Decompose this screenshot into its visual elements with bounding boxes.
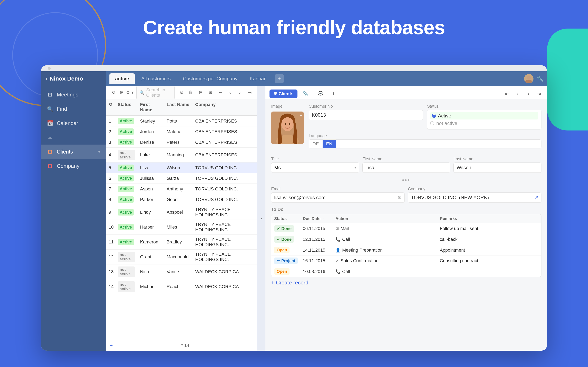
todo-col-duedate[interactable]: Due Date ↑ (300, 214, 333, 223)
table-row[interactable]: 7 Active Aspen Anthony TORVUS GOLD INC. (106, 184, 257, 194)
nav-first-button[interactable]: ⇤ (216, 89, 224, 97)
image-section: Image (271, 104, 541, 152)
settings-dropdown-button[interactable]: ⚙ ▾ (126, 89, 134, 97)
todo-remarks: Appointment (437, 245, 541, 255)
tab-active[interactable]: active (109, 73, 135, 84)
sidebar-nav: ⊞ Meetings 🔍 Find 📅 Calendar ☁ (41, 87, 106, 145)
tab-kanban[interactable]: Kanban (244, 73, 272, 84)
sidebar-title: Ninox Demo (50, 75, 83, 82)
email-label: Email (271, 187, 405, 191)
add-button[interactable]: ⊕ (207, 89, 215, 97)
todo-row[interactable]: Open 10.03.2016 📞 Call (271, 266, 541, 277)
search-input-box[interactable]: 🔍 Search in Clients (136, 86, 174, 100)
status-active-label: Active (438, 113, 451, 119)
detail-nav-prev[interactable]: ‹ (514, 90, 522, 98)
table-row[interactable]: 13 not active Nico Vance WALDECK CORP CA (106, 264, 257, 279)
table-row[interactable]: 8 Active Parker Good TORVUS GOLD INC. (106, 194, 257, 205)
todo-status: Open (271, 266, 300, 277)
col-refresh[interactable]: ↻ (106, 101, 115, 114)
user-avatar[interactable] (524, 74, 534, 83)
print-button[interactable]: 🖨 (177, 89, 185, 97)
nav-next-button[interactable]: › (236, 89, 244, 97)
col-firstname: First Name (138, 101, 164, 114)
copy-button[interactable]: ⊟ (197, 89, 205, 97)
table-row[interactable]: 4 not active Luke Manning CBA ENTERPRISE… (106, 148, 257, 162)
detail-tab-info[interactable]: ℹ (329, 90, 338, 98)
row-num: 1 (106, 116, 115, 126)
row-status: Active (115, 220, 138, 234)
sidebar-item-find[interactable]: 🔍 Find (41, 102, 106, 116)
table-row[interactable]: 11 Active Kameron Bradley TRYNITY PEACE … (106, 235, 257, 250)
lang-en-button[interactable]: EN (323, 140, 336, 148)
todo-row[interactable]: ✓Done 12.11.2015 📞 Call call-back (271, 234, 541, 245)
detail-tab-attachment[interactable]: 📎 (299, 90, 312, 98)
table-footer: + # 14 (106, 340, 257, 351)
customer-no-value[interactable]: K0013 (309, 110, 423, 120)
col-lastname: Last Name (164, 101, 193, 114)
chat-icon: 💬 (318, 91, 323, 96)
create-record-button[interactable]: + Create record (271, 277, 541, 288)
status-not-active-option[interactable]: not active (430, 119, 538, 127)
table-row[interactable]: 1 Active Stanley Potts CBA ENTERPRISES (106, 116, 257, 126)
nav-last-button[interactable]: ⇥ (246, 89, 254, 97)
email-field[interactable]: lisa.wilson@torvus.com ✉ (271, 192, 405, 203)
row-num: 13 (106, 264, 115, 279)
delete-button[interactable]: 🗑 (187, 89, 195, 97)
sidebar-item-clients[interactable]: ⊞ Clients ∨ (41, 145, 106, 159)
row-firstname: Michael (138, 279, 164, 294)
todo-label: To Do (271, 207, 541, 212)
tab-all-customers[interactable]: All customers (136, 73, 176, 84)
settings-icon[interactable]: 🔧 (537, 75, 544, 82)
tab-bar-right: 🔧 (524, 74, 544, 83)
add-row-button[interactable]: + (109, 342, 113, 349)
row-lastname: Bradley (164, 235, 193, 249)
detail-nav-last[interactable]: ⇥ (535, 90, 543, 98)
client-image[interactable]: ≡ (271, 111, 304, 144)
refresh-button[interactable]: ↻ (109, 89, 118, 97)
table-row[interactable]: 5 Active Lisa Wilson TORVUS GOLD INC. (106, 162, 257, 173)
todo-row[interactable]: Open 14.11.2015 👤 Meeting Preparation Ap… (271, 245, 541, 256)
image-menu-icon[interactable]: ≡ (300, 113, 302, 118)
add-tab-button[interactable]: + (275, 74, 284, 83)
sidebar-item-calendar[interactable]: 📅 Calendar (41, 116, 106, 130)
nav-prev-button[interactable]: ‹ (226, 89, 234, 97)
table-row[interactable]: 12 not active Grant Macdonald TRYNITY PE… (106, 250, 257, 264)
table-row[interactable]: 10 Active Harper Miles TRYNITY PEACE HOL… (106, 220, 257, 235)
status-radio-group: Active not active (427, 110, 541, 129)
detail-nav-next[interactable]: › (524, 90, 532, 98)
row-company: CBA ENTERPRISES (193, 148, 257, 162)
todo-row[interactable]: ✓Done 06.11.2015 ✉ Mail Follow up mail s… (271, 223, 541, 234)
detail-tab-comment[interactable]: 💬 (314, 90, 327, 98)
app-body: ‹ Ninox Demo ⊞ Meetings 🔍 Find 📅 Calenda… (41, 71, 547, 351)
row-num: 6 (106, 173, 115, 184)
lang-de-button[interactable]: DE (309, 140, 323, 148)
last-name-value[interactable]: Wilson (453, 162, 541, 173)
filter-button[interactable]: ⊞ (118, 89, 126, 97)
sidebar-header[interactable]: ‹ Ninox Demo (41, 71, 106, 86)
col-company[interactable]: Company (193, 101, 257, 114)
row-status: not active (115, 148, 138, 162)
sidebar: ‹ Ninox Demo ⊞ Meetings 🔍 Find 📅 Calenda… (41, 71, 106, 351)
sidebar-item-company[interactable]: ⊞ Company (41, 159, 106, 173)
table-row[interactable]: 2 Active Jorden Malone CBA ENTERPRISES (106, 126, 257, 137)
status-active-option[interactable]: Active (430, 112, 538, 119)
row-company: CBA ENTERPRISES (193, 126, 257, 137)
sidebar-item-meetings[interactable]: ⊞ Meetings (41, 87, 106, 102)
company-field[interactable]: TORVUS GOLD INC. (NEW YORK) ↗ (408, 192, 541, 203)
table-row[interactable]: 6 Active Julissa Garza TORVUS GOLD INC. (106, 173, 257, 184)
collapse-toggle-button[interactable]: › (257, 86, 265, 351)
todo-status: ✓Done (271, 223, 300, 234)
detail-nav-first[interactable]: ⇤ (503, 90, 511, 98)
tab-customers-per-company[interactable]: Customers per Company (177, 73, 243, 84)
table-row[interactable]: 14 not active Michael Roach WALDECK CORP… (106, 279, 257, 294)
table-row[interactable]: 3 Active Denise Peters CBA ENTERPRISES (106, 137, 257, 148)
first-name-value[interactable]: Lisa (362, 162, 450, 173)
detail-tab-clients[interactable]: ⊞ Clients (269, 90, 297, 98)
title-bar (41, 65, 547, 71)
row-company: TORVUS GOLD INC. (193, 194, 257, 205)
todo-row[interactable]: ✏Project 16.11.2015 ✔ Sales Confirmation… (271, 256, 541, 266)
customer-no-group: Customer No K0013 (309, 104, 423, 129)
table-row[interactable]: 9 Active Lindy Abspoel TRYNITY PEACE HOL… (106, 205, 257, 220)
title-select[interactable]: Ms ▾ (271, 162, 359, 173)
company-label: Company (408, 187, 541, 191)
